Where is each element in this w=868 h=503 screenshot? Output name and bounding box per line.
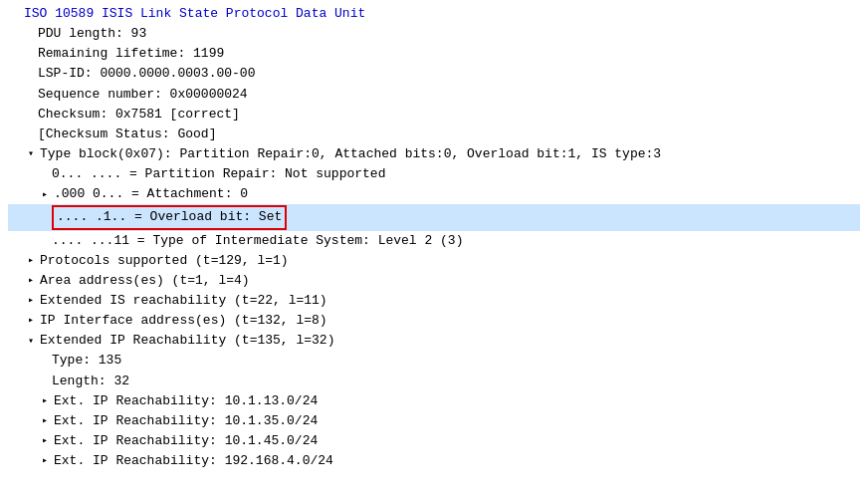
tree-row-ext-ip-1[interactable]: ▸Ext. IP Reachability: 10.1.13.0/24	[8, 391, 860, 411]
header-partial-text: ISO 10589 ISIS Link State Protocol Data …	[24, 4, 365, 24]
overload-box: .... .1.. = Overload bit: Set	[52, 205, 287, 229]
tree-row-protocols[interactable]: ▸Protocols supported (t=129, l=1)	[8, 251, 860, 271]
tree-row-remaining-lifetime: Remaining lifetime: 1199	[8, 44, 860, 64]
tree-row-ext-ip-3[interactable]: ▸Ext. IP Reachability: 10.1.45.0/24	[8, 431, 860, 451]
tree-row-type-block[interactable]: ▾Type block(0x07): Partition Repair:0, A…	[8, 144, 860, 164]
tree-row-ip-interface[interactable]: ▸IP Interface address(es) (t=132, l=8)	[8, 311, 860, 331]
row-text-checksum-status: [Checksum Status: Good]	[38, 125, 216, 144]
tree-row-ext-is-reach[interactable]: ▸Extended IS reachability (t=22, l=11)	[8, 291, 860, 311]
row-text-ext-ip-3: Ext. IP Reachability: 10.1.45.0/24	[54, 431, 318, 451]
row-text-lsp-id: LSP-ID: 0000.0000.0003.00-00	[38, 64, 255, 84]
tree-row-ext-ip-2[interactable]: ▸Ext. IP Reachability: 10.1.35.0/24	[8, 411, 860, 431]
row-text-remaining-lifetime: Remaining lifetime: 1199	[38, 44, 224, 64]
row-text-pdu-length: PDU length: 93	[38, 24, 146, 44]
row-text-ext-ip-4: Ext. IP Reachability: 192.168.4.0/24	[54, 451, 333, 471]
row-text-seq-number: Sequence number: 0x00000024	[38, 85, 248, 105]
toggle-icon-protocols[interactable]: ▸	[24, 253, 38, 269]
protocol-tree: ISO 10589 ISIS Link State Protocol Data …	[0, 0, 868, 475]
row-text-attachment: .000 0... = Attachment: 0	[54, 184, 248, 204]
row-text-area-address: Area address(es) (t=1, l=4)	[40, 271, 250, 291]
tree-row-area-address[interactable]: ▸Area address(es) (t=1, l=4)	[8, 271, 860, 291]
toggle-icon-area-address[interactable]: ▸	[24, 273, 38, 289]
toggle-icon-ext-ip-1[interactable]: ▸	[38, 393, 52, 409]
toggle-icon-ext-is-reach[interactable]: ▸	[24, 293, 38, 309]
tree-row-checksum: Checksum: 0x7581 [correct]	[8, 105, 860, 125]
toggle-icon-ext-ip-3[interactable]: ▸	[38, 433, 52, 449]
row-text-ip-interface: IP Interface address(es) (t=132, l=8)	[40, 311, 327, 331]
tree-row-is-type: .... ...11 = Type of Intermediate System…	[8, 231, 860, 251]
tree-row-length-32: Length: 32	[8, 372, 860, 391]
tree-row-attachment[interactable]: ▸.000 0... = Attachment: 0	[8, 184, 860, 204]
row-text-ext-ip-1: Ext. IP Reachability: 10.1.13.0/24	[54, 391, 318, 411]
toggle-icon-ext-ip-4[interactable]: ▸	[38, 453, 52, 469]
toggle-icon-ip-interface[interactable]: ▸	[24, 313, 38, 329]
row-text-type-block: Type block(0x07): Partition Repair:0, At…	[40, 144, 661, 164]
tree-row-type-135: Type: 135	[8, 351, 860, 371]
row-text-is-type: .... ...11 = Type of Intermediate System…	[52, 231, 463, 251]
header-partial: ISO 10589 ISIS Link State Protocol Data …	[8, 4, 860, 24]
toggle-icon-type-block[interactable]: ▾	[24, 146, 38, 162]
row-text-partition-repair: 0... .... = Partition Repair: Not suppor…	[52, 164, 385, 184]
tree-row-ext-ip-reach[interactable]: ▾Extended IP Reachability (t=135, l=32)	[8, 331, 860, 351]
tree-row-lsp-id: LSP-ID: 0000.0000.0003.00-00	[8, 64, 860, 84]
toggle-icon-ext-ip-reach[interactable]: ▾	[24, 334, 38, 350]
tree-row-pdu-length: PDU length: 93	[8, 24, 860, 44]
row-text-checksum: Checksum: 0x7581 [correct]	[38, 105, 240, 125]
tree-row-ext-ip-4[interactable]: ▸Ext. IP Reachability: 192.168.4.0/24	[8, 451, 860, 471]
tree-row-checksum-status: [Checksum Status: Good]	[8, 125, 860, 144]
row-text-ext-is-reach: Extended IS reachability (t=22, l=11)	[40, 291, 327, 311]
tree-row-overload-bit: .... .1.. = Overload bit: Set	[8, 204, 860, 230]
row-text-protocols: Protocols supported (t=129, l=1)	[40, 251, 289, 271]
toggle-icon-attachment[interactable]: ▸	[38, 187, 52, 203]
toggle-icon-ext-ip-2[interactable]: ▸	[38, 413, 52, 429]
row-text-ext-ip-reach: Extended IP Reachability (t=135, l=32)	[40, 331, 334, 351]
row-text-ext-ip-2: Ext. IP Reachability: 10.1.35.0/24	[54, 411, 318, 431]
tree-row-partition-repair: 0... .... = Partition Repair: Not suppor…	[8, 164, 860, 184]
row-text-length-32: Length: 32	[52, 372, 129, 391]
tree-row-seq-number: Sequence number: 0x00000024	[8, 85, 860, 105]
row-text-type-135: Type: 135	[52, 351, 121, 371]
